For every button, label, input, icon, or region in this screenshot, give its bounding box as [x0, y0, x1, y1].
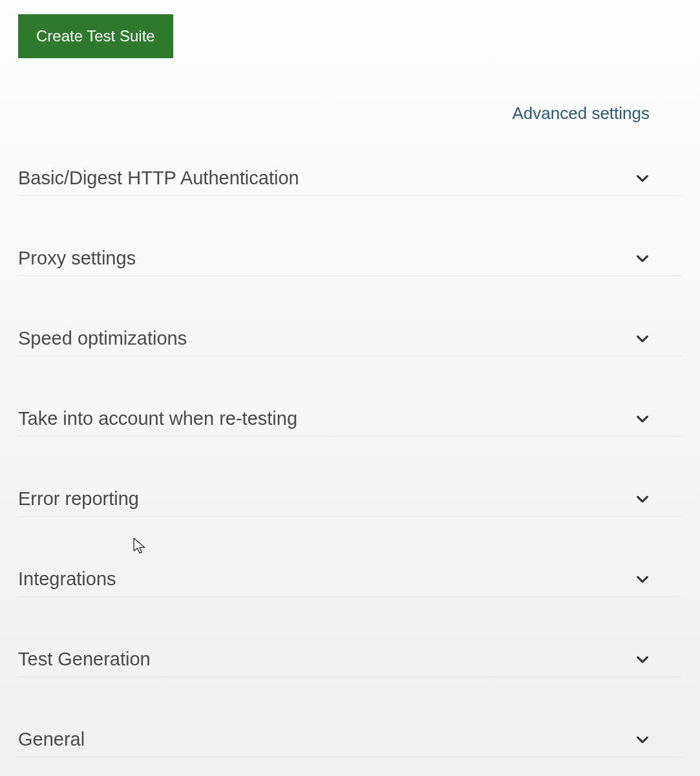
section-speed-optimizations[interactable]: Speed optimizations — [18, 328, 682, 356]
chevron-down-icon — [635, 492, 650, 506]
create-test-suite-button[interactable]: Create Test Suite — [18, 14, 173, 58]
advanced-settings-link[interactable]: Advanced settings — [513, 103, 650, 123]
section-general[interactable]: General — [18, 729, 682, 757]
section-label: Error reporting — [18, 488, 139, 510]
section-integrations[interactable]: Integrations — [18, 568, 682, 597]
chevron-down-icon — [635, 332, 650, 346]
section-label: Take into account when re-testing — [18, 408, 297, 429]
chevron-down-icon — [635, 733, 650, 747]
section-error-reporting[interactable]: Error reporting — [18, 488, 682, 517]
section-label: Test Generation — [18, 649, 151, 670]
section-label: Proxy settings — [18, 248, 136, 269]
chevron-down-icon — [635, 171, 650, 186]
section-re-testing[interactable]: Take into account when re-testing — [18, 408, 682, 436]
chevron-down-icon — [635, 572, 650, 587]
section-proxy-settings[interactable]: Proxy settings — [18, 248, 682, 276]
section-label: Integrations — [18, 568, 116, 590]
section-label: General — [18, 729, 85, 750]
chevron-down-icon — [635, 412, 650, 426]
chevron-down-icon — [635, 652, 650, 667]
chevron-down-icon — [635, 252, 650, 266]
section-label: Basic/Digest HTTP Authentication — [18, 167, 299, 189]
section-basic-digest-http-authentication[interactable]: Basic/Digest HTTP Authentication — [18, 167, 682, 196]
section-test-generation[interactable]: Test Generation — [18, 649, 682, 677]
section-label: Speed optimizations — [18, 328, 187, 349]
